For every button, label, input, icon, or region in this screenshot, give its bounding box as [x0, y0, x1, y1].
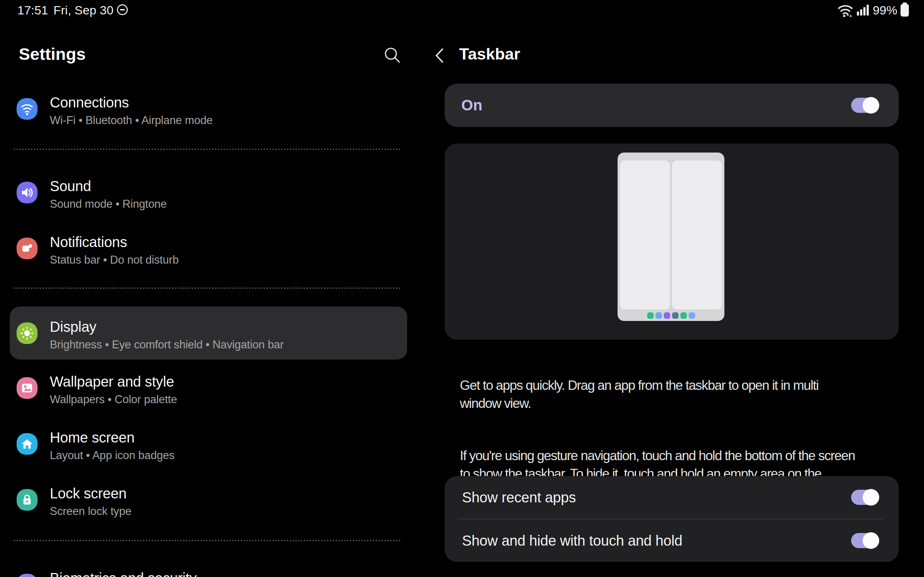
wifi-icon	[16, 98, 37, 120]
brightness-sun-icon	[16, 322, 37, 344]
battery-percentage: 99%	[873, 3, 897, 17]
sidebar-item-connections[interactable]: Connections Wi-Fi • Bluetooth • Airplane…	[16, 94, 406, 137]
taskbar-app-dots	[617, 312, 724, 319]
app-dot	[647, 312, 654, 319]
item-subtitle: Status bar • Do not disturb	[50, 253, 179, 267]
tablet-mockup	[617, 153, 724, 321]
item-subtitle: Screen lock type	[50, 504, 131, 519]
option-label: Show and hide with touch and hold	[462, 533, 683, 549]
item-label: Display	[50, 318, 284, 335]
sidebar-item-home-screen[interactable]: Home screen Layout • App icon badges	[16, 429, 406, 472]
back-icon[interactable]	[433, 47, 449, 65]
master-switch-label: On	[461, 97, 482, 114]
show-recent-apps-toggle[interactable]	[851, 490, 879, 505]
app-dot	[689, 312, 695, 319]
app-dot	[680, 312, 687, 319]
shield-icon	[16, 574, 37, 577]
item-label: Notifications	[50, 233, 179, 251]
sidebar-item-biometrics[interactable]: Biometrics and security	[16, 569, 406, 577]
item-subtitle: Sound mode • Ringtone	[50, 197, 167, 211]
cellular-signal-icon	[857, 5, 869, 16]
home-icon	[16, 433, 37, 455]
option-label: Show recent apps	[462, 489, 576, 506]
item-label: Sound	[50, 177, 167, 195]
master-switch-toggle[interactable]	[851, 98, 879, 113]
item-label: Wallpaper and style	[50, 373, 177, 390]
item-subtitle: Brightness • Eye comfort shield • Naviga…	[50, 338, 284, 352]
item-subtitle: Layout • App icon badges	[50, 448, 175, 463]
app-dot	[664, 312, 670, 319]
option-row-show-recent-apps[interactable]: Show recent apps	[445, 476, 899, 519]
detail-title: Taskbar	[459, 45, 520, 63]
sidebar-item-wallpaper[interactable]: Wallpaper and style Wallpapers • Color p…	[16, 373, 406, 416]
app-dot	[656, 312, 662, 319]
group-divider	[14, 540, 401, 541]
battery-icon	[901, 4, 909, 16]
multiwindow-panel-left	[620, 161, 670, 309]
multiwindow-panel-right	[672, 161, 722, 309]
search-icon[interactable]	[383, 46, 401, 64]
do-not-disturb-icon	[117, 4, 128, 15]
status-time: 17:51	[17, 3, 48, 17]
item-label: Home screen	[50, 429, 175, 446]
master-switch-card[interactable]: On	[445, 84, 899, 127]
item-label: Lock screen	[50, 485, 131, 502]
notification-icon	[16, 238, 37, 259]
option-row-show-hide-touch-hold[interactable]: Show and hide with touch and hold	[445, 519, 899, 562]
taskbar-illustration	[445, 143, 899, 340]
sidebar-item-sound[interactable]: Sound Sound mode • Ringtone	[16, 177, 406, 221]
wifi-status-icon	[837, 3, 854, 18]
image-icon	[16, 377, 37, 399]
item-subtitle: Wallpapers • Color palette	[50, 392, 177, 407]
app-dot	[672, 312, 678, 319]
lock-icon	[16, 489, 37, 511]
sidebar-item-lock-screen[interactable]: Lock screen Screen lock type	[16, 485, 406, 528]
status-bar: 17:51 Fri, Sep 30 99%	[0, 0, 924, 20]
speaker-icon	[16, 182, 37, 203]
group-divider	[14, 148, 401, 150]
group-divider	[14, 287, 401, 289]
toggle-knob	[863, 97, 879, 114]
status-date: Fri, Sep 30	[53, 3, 113, 17]
sidebar-item-notifications[interactable]: Notifications Status bar • Do not distur…	[16, 233, 406, 277]
taskbar-options-card: Show recent apps Show and hide with touc…	[445, 476, 899, 562]
description-paragraph: Get to apps quickly. Drag an app from th…	[460, 377, 899, 413]
sidebar-item-display[interactable]: Display Brightness • Eye comfort shield …	[16, 318, 406, 361]
item-subtitle: Wi-Fi • Bluetooth • Airplane mode	[50, 113, 213, 128]
toggle-knob	[863, 489, 879, 506]
page-title: Settings	[19, 44, 86, 64]
toggle-knob	[863, 532, 879, 549]
show-hide-touch-hold-toggle[interactable]	[851, 533, 879, 548]
item-label: Connections	[50, 94, 213, 111]
item-label: Biometrics and security	[50, 569, 197, 577]
